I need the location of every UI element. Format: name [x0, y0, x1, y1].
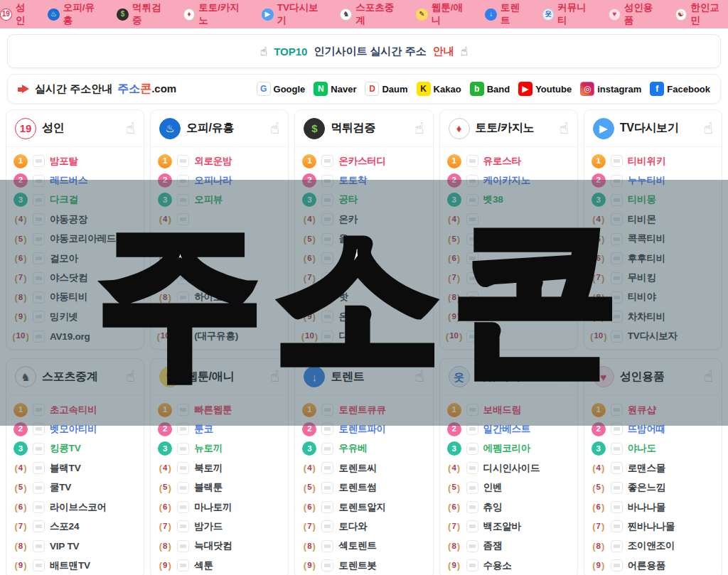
card-header-adult-goods[interactable]: ♥성인용품☝	[584, 359, 722, 396]
list-item[interactable]: 1유로스타	[447, 151, 570, 171]
card-header-torrent[interactable]: ↓토렌트☝	[295, 359, 432, 396]
list-item[interactable]: (4)온카	[302, 210, 425, 229]
list-item[interactable]: (9)밍키넷	[14, 307, 136, 326]
list-item[interactable]: (4)	[158, 210, 281, 229]
list-item[interactable]: (5)좋은느낌	[592, 478, 714, 497]
list-item[interactable]: (10)다	[302, 327, 425, 346]
list-item[interactable]: (7)	[447, 268, 570, 287]
list-item[interactable]: (5)인벤	[447, 478, 570, 497]
list-item[interactable]: 2툰코	[158, 419, 281, 439]
list-item[interactable]: (7)토다와	[302, 517, 425, 536]
list-item[interactable]: (9)어른용품	[592, 556, 714, 575]
list-item[interactable]: 1원큐샵	[592, 400, 714, 419]
list-item[interactable]: (8)섹토렌트	[302, 537, 425, 556]
list-item[interactable]: (8)조이앤조이	[592, 537, 714, 556]
card-header-toto-casino[interactable]: ♦토토/카지노☝	[440, 110, 577, 147]
list-item[interactable]: (7)밤가드	[158, 517, 281, 536]
list-item[interactable]: (8)핫	[302, 288, 425, 307]
card-header-op-leisure[interactable]: ♨오피/유흥☝	[151, 110, 288, 147]
list-item[interactable]: (9)	[447, 307, 570, 326]
list-item[interactable]: (5)야동코리아레드	[14, 230, 136, 249]
list-item[interactable]: (7)	[302, 268, 425, 287]
list-item[interactable]: (4)티비몬	[592, 210, 714, 229]
list-item[interactable]: (5)콕콕티비	[592, 230, 714, 249]
list-item[interactable]: (5)토렌트썸	[302, 478, 425, 497]
list-item[interactable]: 3에펨코리아	[447, 439, 570, 458]
list-item[interactable]: (8)	[447, 288, 570, 307]
list-item[interactable]: 3오피뷰	[158, 190, 281, 210]
list-item[interactable]: (9)차차티비	[592, 307, 714, 326]
list-item[interactable]: (4)로맨스몰	[592, 458, 714, 478]
list-item[interactable]: (10)TV다시보자	[592, 327, 714, 346]
list-item[interactable]: 2토토착	[302, 171, 425, 190]
list-item[interactable]: 2일간베스트	[447, 419, 570, 439]
list-item[interactable]: 3공타	[302, 190, 425, 210]
list-item[interactable]: 1초고속티비	[14, 400, 136, 419]
list-item[interactable]: 3야나도	[592, 439, 714, 458]
list-item[interactable]: 3뉴토끼	[158, 439, 281, 458]
list-item[interactable]: 3다크걸	[14, 190, 136, 210]
site-brand[interactable]: 실시간 주소안내 주소콘.com	[18, 82, 176, 97]
portal-link-naver[interactable]: NNaver	[314, 82, 356, 96]
portal-link-facebook[interactable]: fFacebook	[650, 82, 710, 96]
list-item[interactable]: (8)VIP TV	[14, 537, 136, 556]
list-item[interactable]: 2벳모아티비	[14, 419, 136, 439]
list-item[interactable]: (8)좀잼	[447, 537, 570, 556]
list-item[interactable]: 2케이카지노	[447, 171, 570, 190]
list-item[interactable]: 1티비위키	[592, 151, 714, 171]
list-item[interactable]: (6)	[302, 249, 425, 268]
list-item[interactable]: (5)	[447, 230, 570, 249]
list-item[interactable]: (7)야스닷컴	[14, 268, 136, 287]
nav-item-webtoon[interactable]: ✎웹툰/애니	[416, 1, 471, 27]
list-item[interactable]: (7)	[158, 268, 281, 287]
list-item[interactable]: (4)디시인사이드	[447, 458, 570, 478]
list-item[interactable]: (7)찐바나나몰	[592, 517, 714, 536]
list-item[interactable]: 1보배드림	[447, 400, 570, 419]
list-item[interactable]: 2레드버스	[14, 171, 136, 190]
list-item[interactable]: 1외로운밤	[158, 151, 281, 171]
list-item[interactable]: 3킹콩TV	[14, 439, 136, 458]
list-item[interactable]: 2뜨밤어때	[592, 419, 714, 439]
nav-item-toto-casino[interactable]: ♦토토/카지노	[183, 1, 248, 27]
nav-item-korean-expat[interactable]: ☯한인교민	[675, 1, 728, 27]
list-item[interactable]: 3티비몽	[592, 190, 714, 210]
list-item[interactable]: 1온카스터디	[302, 151, 425, 171]
list-item[interactable]: (10)	[447, 327, 570, 346]
list-item[interactable]: 2누누티비	[592, 171, 714, 190]
list-item[interactable]: (5)	[158, 230, 281, 249]
list-item[interactable]: 1밤포탈	[14, 151, 136, 171]
list-item[interactable]: 2토렌트파이	[302, 419, 425, 439]
nav-item-torrent[interactable]: ↓토렌트	[485, 1, 528, 27]
list-item[interactable]: (6)토렌트알지	[302, 498, 425, 517]
nav-item-adult-goods[interactable]: ♥성인용품	[609, 1, 661, 27]
list-item[interactable]: (4)토렌트씨	[302, 458, 425, 478]
list-item[interactable]: (8)야동티비	[14, 288, 136, 307]
nav-item-sports[interactable]: ♞스포츠중계	[340, 1, 402, 27]
portal-link-google[interactable]: GGoogle	[257, 82, 306, 96]
list-item[interactable]: 1토렌트큐큐	[302, 400, 425, 419]
portal-link-daum[interactable]: DDaum	[365, 82, 407, 96]
portal-link-instagram[interactable]: ◎instagram	[580, 82, 641, 96]
card-header-webtoon[interactable]: ✎웹툰/애니☝	[151, 359, 288, 396]
card-header-tv-replay[interactable]: ▶TV다시보기☝	[584, 110, 722, 147]
portal-link-kakao[interactable]: KKakao	[417, 82, 461, 96]
list-item[interactable]: (5)올	[302, 230, 425, 249]
portal-link-youtube[interactable]: ▶Youtube	[518, 82, 572, 96]
list-item[interactable]: (6)마나토끼	[158, 498, 281, 517]
list-item[interactable]: (8)티비야	[592, 288, 714, 307]
list-item[interactable]: (4)블랙TV	[14, 458, 136, 478]
list-item[interactable]: (6)후후티비	[592, 249, 714, 268]
list-item[interactable]: 3벳38	[447, 190, 570, 210]
list-item[interactable]: (10)(대구유흥)	[158, 327, 281, 346]
nav-item-tv-replay[interactable]: ▶TV다시보기	[262, 1, 326, 27]
list-item[interactable]: (9)수용소	[447, 556, 570, 575]
list-item[interactable]: (4)야동공장	[14, 210, 136, 229]
list-item[interactable]: (9)배트맨TV	[14, 556, 136, 575]
list-item[interactable]: 2오피나라	[158, 171, 281, 190]
list-item[interactable]: (6)라이브스코어	[14, 498, 136, 517]
list-item[interactable]: (6)	[447, 249, 570, 268]
list-item[interactable]: (6)	[158, 249, 281, 268]
card-header-sports[interactable]: ♞스포츠중계☝	[6, 359, 144, 396]
card-header-adult[interactable]: 19성인☝	[6, 110, 144, 147]
card-header-scam-check[interactable]: $먹튀검증☝	[295, 110, 432, 147]
